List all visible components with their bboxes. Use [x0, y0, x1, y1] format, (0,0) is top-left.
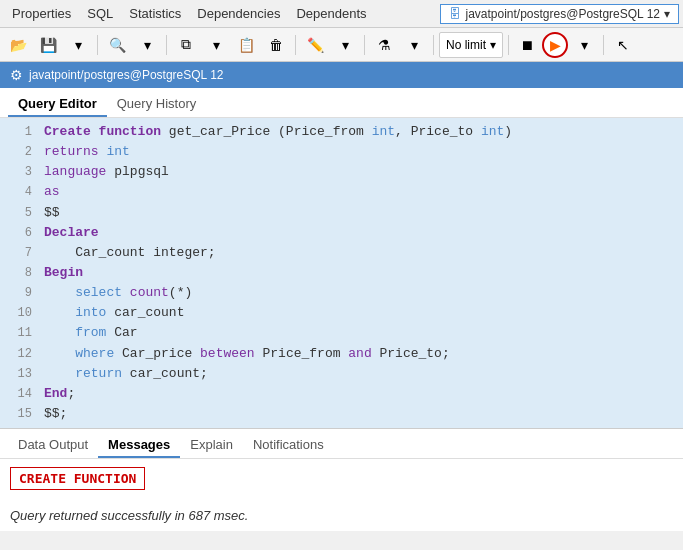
line-number: 12	[8, 345, 32, 364]
copy-arrow-btn[interactable]: ▾	[202, 32, 230, 58]
code-editor[interactable]: 1Create function get_car_Price (Price_fr…	[0, 118, 683, 428]
line-number: 9	[8, 284, 32, 303]
output-area: CREATE FUNCTION Query returned successfu…	[0, 459, 683, 531]
connection-breadcrumb: ⚙ javatpoint/postgres@PostgreSQL 12	[0, 62, 683, 88]
code-token: Price_from	[255, 346, 349, 361]
line-number: 14	[8, 385, 32, 404]
line-number: 8	[8, 264, 32, 283]
code-line: 15$$;	[0, 404, 683, 424]
save-btn[interactable]: 💾	[34, 32, 62, 58]
code-token: int	[372, 124, 395, 139]
save-arrow-btn[interactable]: ▾	[64, 32, 92, 58]
success-message: Query returned successfully in 687 msec.	[10, 508, 673, 523]
tab-query-editor[interactable]: Query Editor	[8, 92, 107, 117]
bottom-tab-notifications[interactable]: Notifications	[243, 433, 334, 458]
code-token: and	[348, 346, 371, 361]
connection-label: javatpoint/postgres@PostgreSQL 12	[465, 7, 660, 21]
menu-dependents[interactable]: Dependents	[288, 2, 374, 25]
code-token: Car_count integer;	[44, 245, 216, 260]
run-arrow-btn[interactable]: ▾	[570, 32, 598, 58]
code-token	[44, 366, 75, 381]
menu-statistics[interactable]: Statistics	[121, 2, 189, 25]
code-line: 6Declare	[0, 223, 683, 243]
code-token	[44, 285, 75, 300]
code-token	[44, 325, 75, 340]
connection-arrow: ▾	[664, 7, 670, 21]
sep3	[295, 35, 296, 55]
connection-badge[interactable]: 🗄 javatpoint/postgres@PostgreSQL 12 ▾	[440, 4, 679, 24]
code-token: int	[481, 124, 504, 139]
edit-arrow-btn[interactable]: ▾	[331, 32, 359, 58]
find-btn[interactable]: 🔍	[103, 32, 131, 58]
line-number: 5	[8, 204, 32, 223]
code-token	[44, 305, 75, 320]
sep7	[603, 35, 604, 55]
copy-btn[interactable]: ⧉	[172, 32, 200, 58]
code-token: $$;	[44, 406, 67, 421]
code-line: 2returns int	[0, 142, 683, 162]
line-number: 2	[8, 143, 32, 162]
line-number: 1	[8, 123, 32, 142]
code-token: count	[130, 285, 169, 300]
delete-btn[interactable]: 🗑	[262, 32, 290, 58]
code-token: between	[200, 346, 255, 361]
limit-arrow: ▾	[490, 38, 496, 52]
line-number: 10	[8, 304, 32, 323]
line-number: 13	[8, 365, 32, 384]
code-token: )	[504, 124, 512, 139]
menu-bar: Properties SQL Statistics Dependencies D…	[0, 0, 683, 28]
code-line: 7 Car_count integer;	[0, 243, 683, 263]
code-line: 10 into car_count	[0, 303, 683, 323]
code-token: Car	[106, 325, 137, 340]
code-token: Create function	[44, 124, 161, 139]
stop-btn[interactable]: ⏹	[514, 32, 540, 58]
sep2	[166, 35, 167, 55]
code-token: ;	[67, 386, 75, 401]
code-token: $$	[44, 205, 60, 220]
menu-properties[interactable]: Properties	[4, 2, 79, 25]
code-token: returns	[44, 144, 99, 159]
paste-btn[interactable]: 📋	[232, 32, 260, 58]
sep6	[508, 35, 509, 55]
code-line: 4as	[0, 182, 683, 202]
sep1	[97, 35, 98, 55]
toolbar: 📂 💾 ▾ 🔍 ▾ ⧉ ▾ 📋 🗑 ✏️ ▾ ⚗ ▾ No limit ▾ ⏹ …	[0, 28, 683, 62]
edit-btn[interactable]: ✏️	[301, 32, 329, 58]
code-token: Price_to;	[372, 346, 450, 361]
run-btn[interactable]: ▶	[542, 32, 568, 58]
limit-label: No limit	[446, 38, 486, 52]
code-line: 3language plpgsql	[0, 162, 683, 182]
code-token: car_count;	[122, 366, 208, 381]
code-line: 14End;	[0, 384, 683, 404]
menu-sql[interactable]: SQL	[79, 2, 121, 25]
gear-icon: ⚙	[10, 67, 23, 83]
find-arrow-btn[interactable]: ▾	[133, 32, 161, 58]
editor-tabs: Query Editor Query History	[0, 88, 683, 118]
bottom-tab-messages[interactable]: Messages	[98, 433, 180, 458]
bottom-tab-explain[interactable]: Explain	[180, 433, 243, 458]
breadcrumb-label: javatpoint/postgres@PostgreSQL 12	[29, 68, 224, 82]
filter-btn[interactable]: ⚗	[370, 32, 398, 58]
limit-dropdown[interactable]: No limit ▾	[439, 32, 503, 58]
code-token: , Price_to	[395, 124, 481, 139]
code-line: 8Begin	[0, 263, 683, 283]
code-line: 5$$	[0, 203, 683, 223]
filter-arrow-btn[interactable]: ▾	[400, 32, 428, 58]
code-line: 12 where Car_price between Price_from an…	[0, 344, 683, 364]
tab-query-history[interactable]: Query History	[107, 92, 206, 117]
code-line: 1Create function get_car_Price (Price_fr…	[0, 122, 683, 142]
code-line: 9 select count(*)	[0, 283, 683, 303]
bottom-tab-data-output[interactable]: Data Output	[8, 433, 98, 458]
code-token: get_car_Price (Price_from	[161, 124, 372, 139]
line-number: 6	[8, 224, 32, 243]
code-token: where	[75, 346, 114, 361]
cursor-btn[interactable]: ↖	[609, 32, 637, 58]
code-token: Car_price	[114, 346, 200, 361]
open-file-btn[interactable]: 📂	[4, 32, 32, 58]
code-token: language	[44, 164, 106, 179]
sep4	[364, 35, 365, 55]
db-icon: 🗄	[449, 7, 461, 21]
code-token: return	[75, 366, 122, 381]
line-number: 15	[8, 405, 32, 424]
menu-dependencies[interactable]: Dependencies	[189, 2, 288, 25]
